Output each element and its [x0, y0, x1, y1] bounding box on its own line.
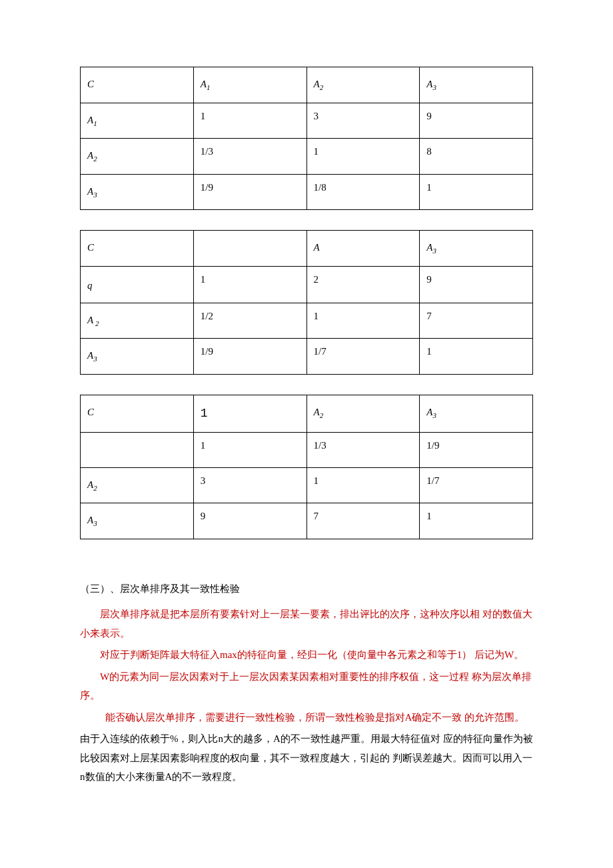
header-a2: A2: [306, 67, 420, 103]
section-title: （三）、层次单排序及其一致性检验: [80, 579, 533, 599]
table-row: A1 1 3 9: [81, 103, 533, 139]
cell: 1/3: [193, 139, 306, 175]
matrix-table-3: C 1 A2 A3 1 1/3 1/9 A2 3 1 1/7 A3 9 7 1: [80, 395, 533, 539]
cell: 9: [193, 503, 306, 539]
paragraph-4: 能否确认层次单排序，需要进行一致性检验，所谓一致性检验是指对A确定不一致 的允许…: [80, 708, 533, 727]
table-row: q 1 2 9: [81, 266, 533, 303]
header-1: 1: [193, 395, 306, 432]
row-label: A3: [81, 339, 194, 375]
paragraph-3: W的元素为同一层次因素对于上一层次因素某因素相对重要性的排序权值，这一过程 称为…: [80, 667, 533, 705]
header-c: C: [81, 67, 194, 103]
matrix-table-2: C A A3 q 1 2 9 A 2 1/2 1 7 A3 1/9 1/7 1: [80, 230, 533, 375]
row-label: A2: [81, 467, 194, 503]
row-label: [81, 432, 194, 467]
cell: 9: [420, 266, 533, 303]
cell: 1/8: [306, 174, 420, 210]
cell: 1/9: [420, 432, 533, 467]
header-a1: A1: [193, 67, 306, 103]
header-a3: A3: [420, 395, 533, 432]
header-c: C: [81, 231, 194, 267]
cell: 1: [420, 174, 533, 210]
cell: 8: [420, 139, 533, 175]
cell: 3: [306, 103, 420, 139]
row-label: A3: [81, 503, 194, 539]
cell: 1: [420, 339, 533, 375]
row-label: A 2: [81, 303, 194, 339]
table-row: 1 1/3 1/9: [81, 432, 533, 467]
header-blank: [193, 231, 306, 267]
row-label: q: [81, 266, 194, 303]
table-row: A3 1/9 1/8 1: [81, 174, 533, 210]
cell: 1/9: [193, 339, 306, 375]
row-label: A1: [81, 103, 194, 139]
cell: 1/7: [420, 467, 533, 503]
cell: 1/2: [193, 303, 306, 339]
cell: 1/7: [306, 339, 420, 375]
row-label: A3: [81, 174, 194, 210]
cell: 7: [306, 503, 420, 539]
table-header-row: C A A3: [81, 231, 533, 267]
table-row: A3 9 7 1: [81, 503, 533, 539]
header-a3: A3: [420, 231, 533, 267]
header-c: C: [81, 395, 194, 432]
row-label: A2: [81, 139, 194, 175]
table-header-row: C 1 A2 A3: [81, 395, 533, 432]
table-row: A2 1/3 1 8: [81, 139, 533, 175]
cell: 3: [193, 467, 306, 503]
cell: 1: [306, 139, 420, 175]
table-row: A3 1/9 1/7 1: [81, 339, 533, 375]
cell: 9: [420, 103, 533, 139]
cell: 2: [306, 266, 420, 303]
cell: 1: [193, 266, 306, 303]
cell: 7: [420, 303, 533, 339]
paragraph-1: 层次单排序就是把本层所有要素针对上一层某一要素，排出评比的次序，这种次序以相 对…: [80, 605, 533, 643]
cell: 1: [193, 432, 306, 467]
cell: 1: [306, 467, 420, 503]
paragraph-2: 对应于判断矩阵最大特征入max的特征向量，经归一化（使向量中各元素之和等于1） …: [80, 645, 533, 665]
header-a: A: [306, 231, 420, 267]
cell: 1/9: [193, 174, 306, 210]
table-header-row: C A1 A2 A3: [81, 67, 533, 103]
table-row: A 2 1/2 1 7: [81, 303, 533, 339]
cell: 1: [193, 103, 306, 139]
cell: 1: [420, 503, 533, 539]
header-a2: A2: [306, 395, 420, 432]
cell: 1/3: [306, 432, 420, 467]
header-a3: A3: [420, 67, 533, 103]
matrix-table-1: C A1 A2 A3 A1 1 3 9 A2 1/3 1 8 A3 1/9 1/…: [80, 67, 533, 210]
paragraph-5: 由于入连续的依赖于%，则入比n大的越多，A的不一致性越严重。用最大特征值对 应的…: [80, 729, 533, 787]
cell: 1: [306, 303, 420, 339]
table-row: A2 3 1 1/7: [81, 467, 533, 503]
